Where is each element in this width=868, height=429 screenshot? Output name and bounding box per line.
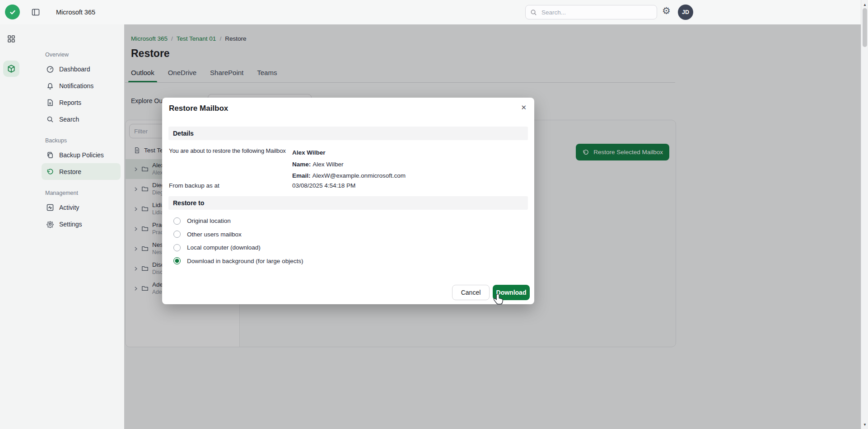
bell-icon xyxy=(46,82,54,90)
option-original-location[interactable]: Original location xyxy=(173,214,303,228)
details-section-header: Details xyxy=(168,127,528,140)
sidebar-section-heading: Backups xyxy=(45,137,121,144)
modal-footer: Cancel Download xyxy=(452,285,530,300)
restore-to-options: Original location Other users mailbox Lo… xyxy=(173,214,303,268)
sidebar-item-label: Activity xyxy=(59,204,79,211)
sidebar-item-label: Notifications xyxy=(59,82,93,90)
sidebar-item-notifications[interactable]: Notifications xyxy=(42,77,121,94)
restore-mailbox-modal: Restore Mailbox ✕ Details You are about … xyxy=(162,98,534,304)
m365-product-icon[interactable] xyxy=(3,61,19,77)
scrollbar-thumb[interactable] xyxy=(863,8,867,47)
search-icon xyxy=(46,115,54,123)
user-avatar[interactable]: JD xyxy=(678,5,693,20)
search-input[interactable] xyxy=(541,9,652,16)
sidebar: Overview Dashboard Notifications Reports… xyxy=(23,24,124,429)
modal-title: Restore Mailbox xyxy=(169,104,228,113)
restore-to-section-header: Restore to xyxy=(168,196,528,210)
sidebar-item-label: Backup Policies xyxy=(59,151,104,159)
sidebar-item-search[interactable]: Search xyxy=(42,111,121,127)
search-icon xyxy=(530,9,537,16)
sidebar-item-restore[interactable]: Restore xyxy=(42,163,121,180)
sidebar-item-label: Restore xyxy=(59,168,81,175)
scroll-up-icon[interactable]: ▲ xyxy=(861,1,868,8)
policies-icon xyxy=(46,151,54,159)
page-scrollbar[interactable]: ▲ ▼ xyxy=(861,0,868,429)
mailbox-details: Alex Wilber Name:Alex Wilber Email:AlexW… xyxy=(292,147,406,182)
mailbox-name-row: Name:Alex Wilber xyxy=(292,159,406,170)
product-title: Microsoft 365 xyxy=(56,9,95,16)
report-icon xyxy=(46,99,54,107)
sidebar-item-label: Search xyxy=(59,116,79,123)
topbar: Microsoft 365 ⚙ JD xyxy=(0,0,861,24)
radio-icon[interactable] xyxy=(173,257,181,264)
cancel-button[interactable]: Cancel xyxy=(452,285,490,300)
apps-grid-icon[interactable] xyxy=(3,31,19,47)
sidebar-item-settings[interactable]: Settings xyxy=(42,216,121,232)
sidebar-item-activity[interactable]: Activity xyxy=(42,199,121,216)
option-other-users-mailbox[interactable]: Other users mailbox xyxy=(173,228,303,241)
global-search[interactable] xyxy=(525,5,657,19)
radio-icon[interactable] xyxy=(173,231,181,238)
sidebar-section-heading: Overview xyxy=(45,52,121,58)
activity-icon xyxy=(46,203,54,212)
download-button[interactable]: Download xyxy=(493,285,530,300)
close-icon[interactable]: ✕ xyxy=(521,104,527,112)
backup-as-at-label: From backup as at xyxy=(169,182,219,189)
app-logo-icon xyxy=(5,5,20,19)
sidebar-section-heading: Management xyxy=(45,190,121,196)
settings-gear-icon[interactable]: ⚙ xyxy=(662,6,671,15)
sidebar-item-label: Reports xyxy=(59,99,81,106)
radio-icon[interactable] xyxy=(173,244,181,251)
option-local-computer[interactable]: Local computer (download) xyxy=(173,241,303,255)
mailbox-email-row: Email:AlexW@example.onmicrosoft.com xyxy=(292,170,406,182)
scroll-down-icon[interactable]: ▼ xyxy=(861,421,868,428)
dashboard-icon xyxy=(46,65,54,73)
sidebar-item-reports[interactable]: Reports xyxy=(42,94,121,111)
sidebar-item-label: Settings xyxy=(59,221,82,228)
sidebar-item-backup-policies[interactable]: Backup Policies xyxy=(42,146,121,163)
about-label: You are about to restore the following M… xyxy=(169,147,286,154)
restore-icon xyxy=(46,168,54,176)
mailbox-display-name: Alex Wilber xyxy=(292,147,406,159)
sidebar-item-dashboard[interactable]: Dashboard xyxy=(42,61,121,77)
sidebar-toggle-icon[interactable] xyxy=(31,8,40,17)
sidebar-item-label: Dashboard xyxy=(59,66,90,73)
option-download-in-background[interactable]: Download in background (for large object… xyxy=(173,255,303,268)
radio-icon[interactable] xyxy=(173,217,181,225)
backup-as-at-value: 03/08/2025 4:54:18 PM xyxy=(292,182,355,189)
left-rail xyxy=(0,24,23,429)
gear-icon xyxy=(46,220,54,228)
